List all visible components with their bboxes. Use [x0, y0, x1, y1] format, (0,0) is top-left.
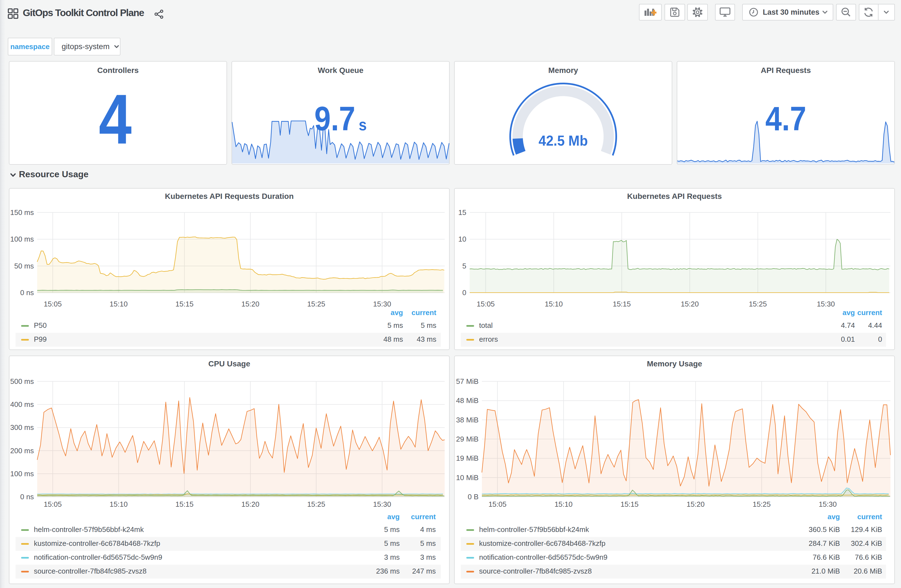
svg-text:0 B: 0 B [468, 493, 479, 501]
svg-text:15:10: 15:10 [545, 300, 563, 308]
svg-text:0 ns: 0 ns [20, 288, 34, 297]
svg-text:100 ms: 100 ms [10, 470, 34, 478]
svg-text:0: 0 [463, 288, 466, 297]
svg-text:15:25: 15:25 [753, 500, 770, 509]
svg-text:15:30: 15:30 [817, 300, 835, 308]
svg-text:10 MiB: 10 MiB [456, 473, 479, 482]
svg-text:15:05: 15:05 [477, 300, 495, 308]
svg-text:38 MiB: 38 MiB [456, 416, 479, 424]
svg-text:57 MiB: 57 MiB [456, 377, 479, 386]
svg-text:50 ms: 50 ms [14, 262, 34, 270]
svg-text:15:20: 15:20 [686, 500, 705, 509]
svg-text:200 ms: 200 ms [10, 446, 34, 455]
svg-text:150 ms: 150 ms [10, 208, 34, 216]
svg-text:15:25: 15:25 [307, 300, 325, 308]
svg-text:15:15: 15:15 [175, 500, 193, 509]
svg-text:15:10: 15:10 [555, 500, 573, 509]
svg-text:15:05: 15:05 [44, 500, 62, 509]
svg-text:15:05: 15:05 [488, 500, 507, 509]
svg-text:15: 15 [458, 208, 466, 216]
svg-text:15:25: 15:25 [749, 300, 767, 308]
svg-text:5: 5 [463, 262, 466, 270]
svg-text:15:20: 15:20 [681, 300, 698, 308]
svg-text:15:25: 15:25 [307, 500, 325, 509]
svg-text:100 ms: 100 ms [10, 235, 34, 243]
svg-text:10: 10 [458, 235, 466, 243]
svg-text:15:10: 15:10 [110, 300, 128, 308]
svg-text:15:10: 15:10 [110, 500, 128, 509]
svg-text:300 ms: 300 ms [10, 423, 34, 432]
svg-text:15:30: 15:30 [373, 500, 391, 509]
svg-text:15:20: 15:20 [241, 500, 259, 509]
svg-text:15:20: 15:20 [241, 300, 259, 308]
svg-text:400 ms: 400 ms [10, 400, 34, 409]
svg-text:15:15: 15:15 [175, 300, 193, 308]
svg-text:15:05: 15:05 [44, 300, 62, 308]
svg-text:0 ns: 0 ns [20, 493, 34, 501]
svg-text:500 ms: 500 ms [10, 377, 34, 386]
svg-text:48 MiB: 48 MiB [456, 396, 479, 404]
svg-text:15:15: 15:15 [620, 500, 638, 509]
svg-text:29 MiB: 29 MiB [456, 435, 479, 443]
svg-text:19 MiB: 19 MiB [456, 454, 479, 462]
svg-text:15:30: 15:30 [373, 300, 391, 308]
svg-text:15:30: 15:30 [818, 500, 837, 509]
svg-text:15:15: 15:15 [613, 300, 631, 308]
